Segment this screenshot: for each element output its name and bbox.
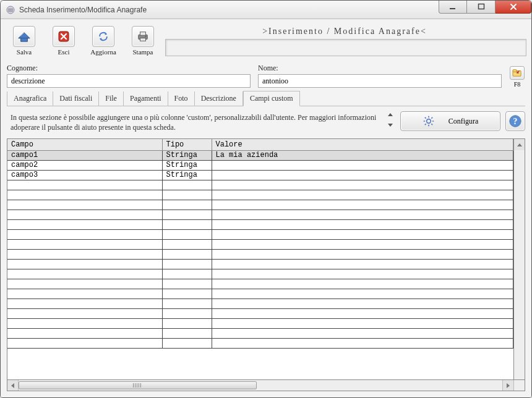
cell-empty[interactable] [162, 239, 212, 249]
cell-empty[interactable] [212, 210, 513, 219]
cell-tipo[interactable]: Stringa [162, 170, 212, 180]
col-header-campo[interactable]: Campo [7, 139, 162, 150]
table-row[interactable] [7, 328, 513, 338]
cell-empty[interactable] [212, 229, 513, 239]
tab-descrizione[interactable]: Descrizione [195, 91, 243, 106]
grid-table[interactable]: Campo Tipo Valore campo1StringaLa mia az… [7, 139, 513, 349]
cell-empty[interactable] [162, 200, 212, 210]
cell-empty[interactable] [162, 249, 212, 259]
vertical-scrollbar[interactable] [513, 139, 525, 379]
cell-empty[interactable] [7, 180, 162, 190]
cell-empty[interactable] [7, 338, 162, 348]
tab-file[interactable]: File [99, 91, 124, 106]
table-row[interactable]: campo2Stringa [7, 160, 513, 170]
cell-empty[interactable] [212, 308, 513, 318]
save-button[interactable]: Salva [8, 24, 40, 59]
scroll-thumb[interactable] [19, 381, 257, 389]
cell-empty[interactable] [212, 328, 513, 338]
cell-empty[interactable] [7, 219, 162, 229]
cell-empty[interactable] [212, 279, 513, 289]
cell-empty[interactable] [162, 279, 212, 289]
cell-empty[interactable] [212, 219, 513, 229]
cell-campo[interactable]: campo2 [7, 160, 162, 170]
cell-empty[interactable] [162, 229, 212, 239]
table-row[interactable] [7, 200, 513, 210]
close-button[interactable] [496, 0, 531, 14]
table-row[interactable] [7, 289, 513, 298]
cell-tipo[interactable]: Stringa [162, 160, 212, 170]
cell-empty[interactable] [7, 259, 162, 269]
cell-empty[interactable] [162, 298, 212, 308]
table-row[interactable]: campo3Stringa [7, 170, 513, 180]
cognome-input[interactable] [7, 74, 251, 88]
tab-campi-custom[interactable]: Campi custom [243, 91, 300, 106]
cell-empty[interactable] [7, 308, 162, 318]
cell-empty[interactable] [162, 269, 212, 279]
cell-valore[interactable] [212, 170, 513, 180]
tab-pagamenti[interactable]: Pagamenti [124, 91, 168, 106]
cell-empty[interactable] [7, 200, 162, 210]
nome-input[interactable] [258, 74, 502, 88]
cell-empty[interactable] [212, 190, 513, 200]
cell-empty[interactable] [212, 259, 513, 269]
cell-empty[interactable] [7, 328, 162, 338]
configure-button[interactable]: Configura [400, 111, 500, 131]
cell-empty[interactable] [162, 259, 212, 269]
cell-empty[interactable] [7, 239, 162, 249]
cell-empty[interactable] [212, 239, 513, 249]
table-row[interactable] [7, 298, 513, 308]
cell-empty[interactable] [162, 289, 212, 298]
table-row[interactable] [7, 318, 513, 328]
table-row[interactable] [7, 219, 513, 229]
maximize-button[interactable] [467, 0, 496, 14]
col-header-valore[interactable]: Valore [212, 139, 513, 150]
print-button[interactable]: Stampa [127, 24, 159, 59]
horizontal-scrollbar[interactable] [7, 379, 525, 391]
cell-valore[interactable]: La mia azienda [212, 150, 513, 160]
cell-empty[interactable] [162, 180, 212, 190]
cell-empty[interactable] [212, 338, 513, 348]
table-row[interactable] [7, 279, 513, 289]
cell-empty[interactable] [212, 289, 513, 298]
col-header-tipo[interactable]: Tipo [162, 139, 212, 150]
cell-campo[interactable]: campo1 [7, 150, 162, 160]
cell-empty[interactable] [7, 190, 162, 200]
table-row[interactable] [7, 249, 513, 259]
tab-dati-fiscali[interactable]: Dati fiscali [53, 91, 99, 106]
spinner[interactable] [385, 111, 395, 127]
refresh-button[interactable]: Aggiorna [87, 24, 119, 59]
table-row[interactable]: campo1StringaLa mia azienda [7, 150, 513, 160]
table-row[interactable] [7, 338, 513, 348]
exit-button[interactable]: Esci [48, 24, 80, 59]
cell-empty[interactable] [7, 210, 162, 219]
table-row[interactable] [7, 308, 513, 318]
cell-empty[interactable] [162, 318, 212, 328]
tab-anagrafica[interactable]: Anagrafica [7, 91, 53, 106]
cell-empty[interactable] [162, 210, 212, 219]
cell-campo[interactable]: campo3 [7, 170, 162, 180]
table-row[interactable] [7, 180, 513, 190]
cell-empty[interactable] [162, 328, 212, 338]
table-row[interactable] [7, 269, 513, 279]
cell-empty[interactable] [212, 269, 513, 279]
table-row[interactable] [7, 210, 513, 219]
cell-empty[interactable] [212, 200, 513, 210]
cell-empty[interactable] [7, 318, 162, 328]
table-row[interactable] [7, 229, 513, 239]
f8-button[interactable] [510, 66, 525, 80]
table-row[interactable] [7, 239, 513, 249]
cell-empty[interactable] [7, 229, 162, 239]
help-button[interactable]: ? [505, 111, 525, 131]
cell-empty[interactable] [212, 318, 513, 328]
cell-empty[interactable] [7, 298, 162, 308]
cell-tipo[interactable]: Stringa [162, 150, 212, 160]
cell-empty[interactable] [162, 308, 212, 318]
table-row[interactable] [7, 259, 513, 269]
cell-empty[interactable] [7, 249, 162, 259]
minimize-button[interactable] [439, 0, 467, 14]
tab-foto[interactable]: Foto [168, 91, 195, 106]
cell-empty[interactable] [7, 279, 162, 289]
cell-empty[interactable] [212, 180, 513, 190]
cell-empty[interactable] [7, 289, 162, 298]
table-row[interactable] [7, 190, 513, 200]
